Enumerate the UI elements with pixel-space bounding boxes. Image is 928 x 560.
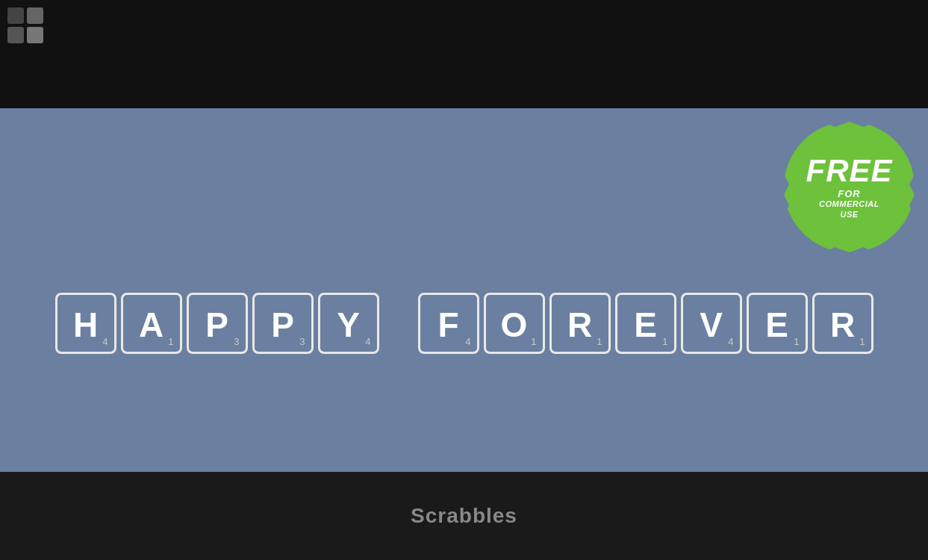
tile-number: 1 <box>794 336 799 347</box>
tile: H4 <box>55 293 116 354</box>
tile-letter: E <box>634 308 657 342</box>
tile: Y4 <box>318 293 379 354</box>
tile-number: 4 <box>102 336 108 347</box>
tile: E1 <box>747 293 808 354</box>
tile: R1 <box>812 293 873 354</box>
badge-use-text: USE <box>840 210 858 219</box>
tile: F4 <box>418 293 479 354</box>
tile: P3 <box>252 293 314 354</box>
word1-group: H4A1P3P3Y4 <box>55 293 379 354</box>
tile-number: 1 <box>531 336 536 347</box>
badge-free-text: FREE <box>806 155 892 187</box>
badge-commercial-text: COMMERCIAL <box>819 199 879 209</box>
bottom-bar: Scrabbles <box>0 472 928 560</box>
tile-number: 4 <box>465 336 470 347</box>
top-squares <box>7 7 43 43</box>
word2-group: F4O1R1E1V4E1R1 <box>418 293 873 354</box>
tile-letter: P <box>271 308 294 342</box>
tile: V4 <box>681 293 742 354</box>
tile-letter: A <box>139 308 164 342</box>
tile: O1 <box>484 293 545 354</box>
tile-number: 3 <box>299 336 305 347</box>
free-badge: FREE FOR COMMERCIAL USE <box>784 122 915 252</box>
tile: A1 <box>121 293 182 354</box>
tile-number: 1 <box>662 336 667 347</box>
tile-number: 1 <box>859 336 865 347</box>
tile-letter: F <box>437 308 458 342</box>
tile-letter: O <box>501 308 528 342</box>
font-name-label: Scrabbles <box>411 504 517 528</box>
top-bar <box>0 0 928 108</box>
tile-letter: R <box>830 308 855 342</box>
tile-letter: E <box>765 308 788 342</box>
tile-number: 1 <box>597 336 602 347</box>
main-area: FREE FOR COMMERCIAL USE H4A1P3P3Y4 F4O1R… <box>0 108 928 560</box>
tiles-container: H4A1P3P3Y4 F4O1R1E1V4E1R1 <box>55 293 873 354</box>
tile-letter: Y <box>337 308 360 342</box>
tile-letter: P <box>205 308 228 342</box>
tile-number: 4 <box>728 336 733 347</box>
badge-for-text: FOR <box>838 188 860 199</box>
tile-letter: V <box>700 308 723 342</box>
tile-number: 1 <box>168 336 173 347</box>
tile-letter: R <box>567 308 592 342</box>
tile: R1 <box>549 293 611 354</box>
tile-number: 4 <box>365 336 370 347</box>
tile: E1 <box>615 293 676 354</box>
tile-number: 3 <box>234 336 239 347</box>
tile-letter: H <box>73 308 98 342</box>
tile: P3 <box>187 293 248 354</box>
